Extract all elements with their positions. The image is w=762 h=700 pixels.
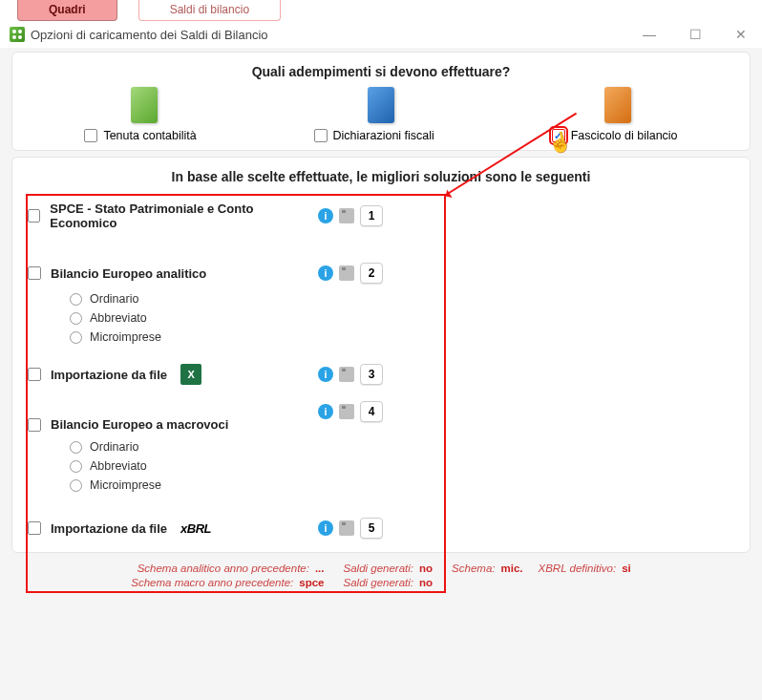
checkbox-icon <box>28 368 41 381</box>
footer-label: XBRL definitivo: <box>539 562 617 574</box>
top-tab-bar: Quadri Saldi di bilancio <box>0 0 762 21</box>
option-spce[interactable]: SPCE - Stato Patrimoniale e Conto Econom… <box>26 194 736 238</box>
radio-label: Ordinario <box>90 292 138 306</box>
radio-microimprese[interactable]: Microimprese <box>70 328 736 347</box>
option-label: Importazione da file <box>51 521 167 536</box>
tab-saldi-di-bilancio[interactable]: Saldi di bilancio <box>138 0 281 21</box>
radio-label: Ordinario <box>90 440 138 454</box>
sequence-button[interactable]: 5 <box>360 518 383 539</box>
footer-value: si <box>622 562 631 574</box>
radio-label: Abbreviato <box>90 459 147 473</box>
excel-icon: X <box>180 364 201 385</box>
footer-value: no <box>419 562 433 574</box>
radio-label: Microimprese <box>90 478 161 492</box>
subgroup-analitico: Ordinario Abbreviato Microimprese <box>26 289 736 347</box>
soluzioni-panel: In base alle scelte effettuate, le migli… <box>11 157 751 553</box>
checkbox-icon <box>28 521 41 535</box>
window-close-button[interactable]: ✕ <box>730 27 752 42</box>
checkbox-dichiarazioni-fiscali[interactable]: Dichiarazioni fiscali <box>314 129 434 142</box>
window-title-bar: Opzioni di caricamento dei Saldi di Bila… <box>0 21 762 48</box>
disk-icon[interactable] <box>339 208 354 223</box>
option-label: Bilancio Europeo a macrovoci <box>51 417 228 432</box>
adempimenti-heading: Quali adempimenti si devono effettuare? <box>26 64 736 79</box>
radio-ordinario[interactable]: Ordinario <box>70 437 736 456</box>
option-label: Importazione da file <box>51 368 167 382</box>
radio-icon <box>70 312 82 325</box>
radio-icon <box>70 293 82 306</box>
checkbox-label: Tenuta contabilità <box>103 129 196 142</box>
sequence-button[interactable]: 4 <box>360 401 383 422</box>
sequence-button[interactable]: 2 <box>360 263 383 284</box>
info-icon[interactable]: i <box>318 208 333 223</box>
window-maximize-button[interactable]: ☐ <box>684 27 707 42</box>
checkbox-icon <box>28 209 40 223</box>
window-minimize-button[interactable]: — <box>638 27 661 42</box>
adempimenti-panel: Quali adempimenti si devono effettuare? … <box>11 52 751 151</box>
option-import-file-xbrl[interactable]: Importazione da file xBRL i 5 <box>26 510 736 546</box>
checkbox-fascicolo-di-bilancio[interactable]: Fascicolo di bilancio ☝ <box>552 129 678 142</box>
info-icon[interactable]: i <box>318 265 333 281</box>
checkbox-icon <box>84 129 97 142</box>
sequence-button[interactable]: 3 <box>360 364 383 385</box>
footer-value: no <box>419 577 433 588</box>
radio-abbreviato[interactable]: Abbreviato <box>70 456 736 476</box>
subgroup-macrovoci: Ordinario Abbreviato Microimprese <box>26 437 736 495</box>
option-import-file-excel[interactable]: Importazione da file X i 3 <box>26 356 736 392</box>
checkbox-icon-checked <box>552 129 565 142</box>
footer-label: Schema macro anno precedente: <box>131 577 293 588</box>
radio-icon <box>70 479 82 492</box>
footer-label: Saldi generati: <box>344 577 414 588</box>
radio-label: Microimprese <box>90 330 161 344</box>
app-icon <box>10 27 25 42</box>
radio-icon <box>70 441 82 454</box>
sequence-button[interactable]: 1 <box>360 205 383 226</box>
disk-icon[interactable] <box>339 265 354 281</box>
checkbox-label: Fascicolo di bilancio <box>571 129 678 142</box>
disk-icon[interactable] <box>339 520 354 536</box>
info-icon[interactable]: i <box>318 520 333 536</box>
option-bilancio-macrovoci[interactable]: Bilancio Europeo a macrovoci i 4 <box>26 410 736 439</box>
soluzioni-heading: In base alle scelte effettuate, le migli… <box>26 169 736 184</box>
option-label: SPCE - Stato Patrimoniale e Conto Econom… <box>50 202 308 230</box>
info-icon[interactable]: i <box>318 367 333 382</box>
disk-icon[interactable] <box>339 404 354 419</box>
box-icon-green <box>131 87 158 123</box>
radio-label: Abbreviato <box>90 311 147 325</box>
window-title: Opzioni di caricamento dei Saldi di Bila… <box>31 28 268 42</box>
checkbox-icon <box>314 129 328 142</box>
footer-value: ... <box>315 562 325 574</box>
radio-ordinario[interactable]: Ordinario <box>70 289 736 308</box>
checkbox-icon <box>28 418 41 432</box>
radio-icon <box>70 460 82 473</box>
radio-icon <box>70 331 82 344</box>
box-icon-blue <box>368 87 394 123</box>
footer-label: Schema: <box>452 562 495 574</box>
radio-abbreviato[interactable]: Abbreviato <box>70 308 736 328</box>
radio-microimprese[interactable]: Microimprese <box>70 476 736 495</box>
box-icon-orange <box>604 87 631 123</box>
info-icon[interactable]: i <box>318 404 333 419</box>
footer-value: mic. <box>501 562 523 574</box>
disk-icon[interactable] <box>339 367 354 382</box>
footer-label: Saldi generati: <box>344 562 414 574</box>
checkbox-label: Dichiarazioni fiscali <box>333 129 434 142</box>
status-footer: Schema analitico anno precedente:... Sch… <box>0 555 762 594</box>
option-label: Bilancio Europeo analitico <box>51 266 206 281</box>
footer-label: Schema analitico anno precedente: <box>138 562 309 574</box>
xbrl-icon: xBRL <box>180 521 211 536</box>
footer-value: spce <box>299 577 324 588</box>
option-bilancio-analitico[interactable]: Bilancio Europeo analitico i 2 <box>26 255 736 291</box>
checkbox-icon <box>28 266 41 280</box>
tab-quadri[interactable]: Quadri <box>17 0 117 21</box>
checkbox-tenuta-contabilita[interactable]: Tenuta contabilità <box>84 129 196 142</box>
